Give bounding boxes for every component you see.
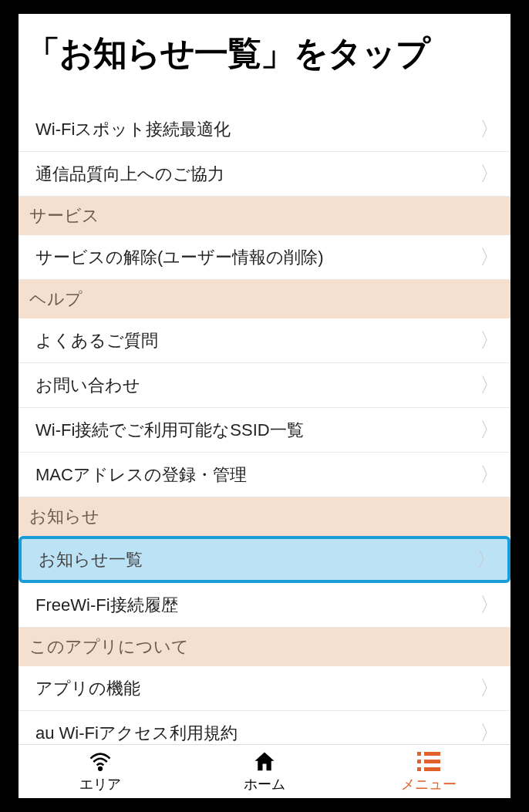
list-item[interactable]: Wi-Fiスポット接続最適化〉 bbox=[19, 107, 510, 152]
chevron-right-icon: 〉 bbox=[480, 116, 500, 143]
list-item-label: よくあるご質問 bbox=[35, 329, 158, 352]
phone-frame: 「お知らせ一覧」をタップ Wi-Fiスポット接続最適化〉通信品質向上へのご協力〉… bbox=[19, 14, 510, 798]
nav-label: メニュー bbox=[401, 775, 457, 793]
chevron-right-icon: 〉 bbox=[480, 160, 500, 187]
list-item-label: お知らせ一覧 bbox=[39, 548, 143, 571]
list-item-label: MACアドレスの登録・管理 bbox=[35, 463, 247, 487]
chevron-right-icon: 〉 bbox=[480, 719, 500, 744]
list-item[interactable]: 通信品質向上へのご協力〉 bbox=[19, 152, 510, 197]
list-item[interactable]: Wi-Fi接続でご利用可能なSSID一覧〉 bbox=[19, 408, 510, 453]
section-header: ヘルプ bbox=[19, 280, 510, 318]
list-item[interactable]: お知らせ一覧〉 bbox=[19, 536, 510, 583]
svg-point-0 bbox=[99, 767, 102, 770]
nav-label: エリア bbox=[79, 775, 121, 793]
section-header: このアプリについて bbox=[19, 628, 510, 666]
menu-list: Wi-Fiスポット接続最適化〉通信品質向上へのご協力〉サービスサービスの解除(ユ… bbox=[19, 107, 510, 744]
menu-icon bbox=[417, 750, 440, 773]
list-item-label: お問い合わせ bbox=[35, 374, 140, 397]
section-header: サービス bbox=[19, 197, 510, 235]
list-item-label: au Wi-Fiアクセス利用規約 bbox=[35, 722, 238, 745]
chevron-right-icon: 〉 bbox=[480, 461, 500, 488]
list-item-label: 通信品質向上へのご協力 bbox=[35, 163, 224, 186]
chevron-right-icon: 〉 bbox=[477, 546, 497, 573]
chevron-right-icon: 〉 bbox=[480, 591, 500, 618]
nav-menu[interactable]: メニュー bbox=[346, 745, 510, 798]
section-header: お知らせ bbox=[19, 497, 510, 536]
chevron-right-icon: 〉 bbox=[480, 675, 500, 702]
list-item[interactable]: au Wi-Fiアクセス利用規約〉 bbox=[19, 711, 510, 744]
chevron-right-icon: 〉 bbox=[480, 372, 500, 399]
list-item-label: Wi-Fi接続でご利用可能なSSID一覧 bbox=[35, 419, 304, 442]
nav-area[interactable]: エリア bbox=[19, 745, 183, 798]
list-item-label: FreeWi-Fi接続履歴 bbox=[35, 594, 178, 617]
home-icon bbox=[253, 750, 276, 773]
list-item[interactable]: アプリの機能〉 bbox=[19, 666, 510, 711]
page-title: 「お知らせ一覧」をタップ bbox=[19, 14, 510, 107]
list-item-label: アプリの機能 bbox=[35, 677, 140, 700]
wifi-icon bbox=[89, 750, 112, 773]
chevron-right-icon: 〉 bbox=[480, 244, 500, 271]
nav-label: ホーム bbox=[244, 775, 285, 793]
list-item[interactable]: FreeWi-Fi接続履歴〉 bbox=[19, 583, 510, 628]
bottom-nav: エリア ホーム メニュー bbox=[19, 744, 510, 798]
list-item[interactable]: よくあるご質問〉 bbox=[19, 318, 510, 363]
chevron-right-icon: 〉 bbox=[480, 416, 500, 443]
list-item[interactable]: お問い合わせ〉 bbox=[19, 363, 510, 408]
nav-home[interactable]: ホーム bbox=[183, 745, 347, 798]
list-item-label: Wi-Fiスポット接続最適化 bbox=[35, 118, 231, 141]
list-item[interactable]: MACアドレスの登録・管理〉 bbox=[19, 453, 510, 497]
list-item-label: サービスの解除(ユーザー情報の削除) bbox=[35, 246, 324, 269]
chevron-right-icon: 〉 bbox=[480, 327, 500, 354]
list-item[interactable]: サービスの解除(ユーザー情報の削除)〉 bbox=[19, 235, 510, 280]
